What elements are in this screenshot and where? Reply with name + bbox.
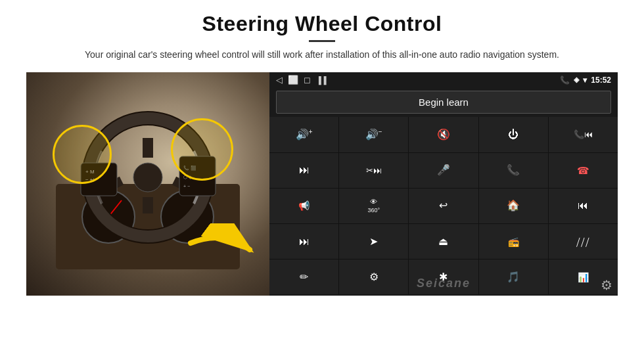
music-icon: 🎵 (507, 272, 520, 282)
speaker-button[interactable]: 📢 (269, 189, 338, 223)
yellow-circle-left (53, 125, 112, 184)
settings2-button[interactable]: ⚙ (339, 259, 408, 294)
hang-up-button[interactable]: ☎ (549, 153, 618, 188)
mic-icon: 🎤 (437, 165, 450, 175)
home-nav-icon[interactable]: ⬜ (288, 75, 298, 85)
fast-forward-icon: ⏭ (299, 236, 310, 247)
yellow-circle-right (171, 118, 233, 181)
radio-button[interactable]: 📻 (479, 224, 548, 259)
equalizer-icon: 📊 (578, 273, 589, 282)
controls-grid: 🔊+ 🔊− 🔇 ⏻ 📞⏮ ⏭ ✂⏭ (269, 117, 618, 294)
next-track-icon: ⏭ (299, 165, 310, 175)
location-status-icon: ◈ (574, 76, 579, 84)
edit-icon: ✏ (300, 272, 308, 282)
back-button[interactable]: ↩ (409, 189, 478, 223)
content-row: + M − ↩ 📞 ⬛ ⬡ ◇ + − (26, 72, 618, 296)
radio-icon: 📻 (508, 237, 519, 246)
mute-icon: 🔇 (437, 129, 450, 140)
status-bar: ◁ ⬜ ◻ ▐▐ 📞 ◈ ▾ 15:52 (269, 72, 618, 87)
vol-down-icon: 🔊− (365, 129, 382, 140)
recent-nav-icon[interactable]: ◻ (304, 75, 311, 85)
call-button[interactable]: 📞 (479, 153, 548, 188)
phone-status-icon: 📞 (560, 76, 570, 85)
eject-button[interactable]: ⏏ (409, 224, 478, 259)
call-prev-icon: 📞⏮ (574, 130, 593, 139)
svg-text:+  −: + − (183, 184, 190, 189)
eject-icon: ⏏ (438, 236, 448, 247)
vol-up-button[interactable]: 🔊+ (269, 117, 338, 152)
360-cam-button[interactable]: 👁360° (339, 189, 408, 223)
hang-up-icon: ☎ (577, 166, 589, 175)
title-section: Steering Wheel Control Your original car… (26, 12, 618, 62)
next-track-button[interactable]: ⏭ (269, 153, 338, 188)
call-prev-button[interactable]: 📞⏮ (549, 117, 618, 152)
clock-display: 15:52 (591, 76, 611, 85)
edit-button[interactable]: ✏ (269, 259, 338, 294)
vol-up-icon: 🔊+ (296, 129, 313, 140)
gear-settings-button[interactable]: ⚙ (601, 277, 612, 293)
home-icon: 🏠 (507, 200, 520, 211)
prev-track-button[interactable]: ⏮ (549, 189, 618, 223)
fast-forward-button[interactable]: ⏭ (269, 224, 338, 259)
status-left: ◁ ⬜ ◻ ▐▐ (276, 75, 327, 85)
car-background: + M − ↩ 📞 ⬛ ⬡ ◇ + − (26, 72, 269, 296)
vol-down-button[interactable]: 🔊− (339, 117, 408, 152)
ff-button[interactable]: ✂⏭ (339, 153, 408, 188)
ff-icon: ✂⏭ (366, 166, 382, 175)
home-button[interactable]: 🏠 (479, 189, 548, 223)
speaker-icon: 📢 (298, 201, 310, 210)
prev-track-icon: ⏮ (578, 200, 588, 211)
title-divider (309, 40, 335, 42)
svg-point-10 (133, 163, 162, 192)
back-icon: ↩ (439, 200, 448, 211)
mute-button[interactable]: 🔇 (409, 117, 478, 152)
mic-button[interactable]: 🎤 (409, 153, 478, 188)
power-button[interactable]: ⏻ (479, 117, 548, 152)
car-image-panel: + M − ↩ 📞 ⬛ ⬡ ◇ + − (26, 72, 269, 296)
yellow-arrow-svg (184, 223, 256, 276)
page-container: Steering Wheel Control Your original car… (0, 0, 644, 360)
360-cam-icon: 👁360° (367, 198, 380, 214)
wifi-status-icon: ▾ (583, 76, 587, 85)
back-nav-icon[interactable]: ◁ (276, 75, 283, 85)
nav-icon: ➤ (369, 236, 378, 247)
sliders-button[interactable]: ⧸⧸⧸ (549, 224, 618, 259)
settings2-icon: ⚙ (369, 272, 379, 282)
android-panel: ◁ ⬜ ◻ ▐▐ 📞 ◈ ▾ 15:52 Begin learn 🔊+ (269, 72, 618, 296)
call-icon: 📞 (507, 165, 520, 175)
music-button[interactable]: 🎵 (479, 259, 548, 294)
bluetooth-button[interactable]: ✱ (409, 259, 478, 294)
page-title: Steering Wheel Control (26, 12, 618, 36)
sliders-icon: ⧸⧸⧸ (576, 237, 590, 246)
status-right: 📞 ◈ ▾ 15:52 (560, 76, 611, 85)
nav-button[interactable]: ➤ (339, 224, 408, 259)
power-icon: ⏻ (508, 129, 518, 140)
subtitle-text: Your original car's steering wheel contr… (66, 47, 578, 62)
signal-icon: ▐▐ (316, 76, 327, 84)
begin-learn-button[interactable]: Begin learn (276, 91, 611, 114)
bluetooth-icon: ✱ (439, 272, 448, 282)
